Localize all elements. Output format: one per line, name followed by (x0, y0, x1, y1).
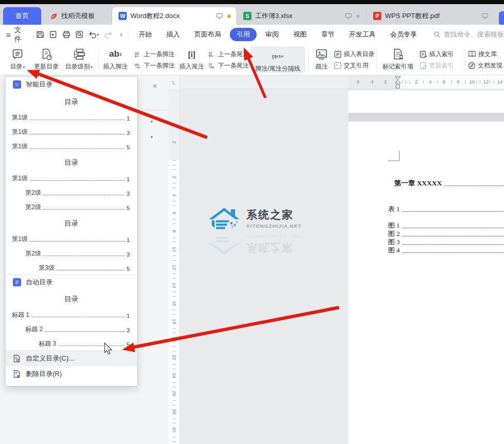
next-endnote-icon: [i] (207, 62, 216, 69)
prev-footnote-icon: ab (133, 50, 142, 58)
monitor-icon (216, 13, 223, 19)
menu-section[interactable]: 章节 (314, 28, 342, 41)
document-tabbar: 首页 找稻壳模板 W Word教程2.docx S 工作簿3.xlsx (0, 4, 504, 25)
command-search[interactable]: 查找命令、搜索模板 (433, 30, 504, 39)
delete-toc-menu-item[interactable]: 删除目录(R) (6, 366, 137, 382)
next-endnote-button[interactable]: [i] 下一条尾注 (207, 61, 249, 70)
menu-review[interactable]: 审阅 (258, 28, 286, 41)
footnote-separator-button[interactable]: [i]=1= 脚注/尾注分隔线 (250, 46, 305, 73)
insert-endnote-button[interactable]: [i] 插入尾注 (177, 46, 206, 73)
insert-index-button[interactable]: 插入索引 (419, 49, 454, 59)
output-button[interactable] (47, 28, 59, 41)
update-toc-button[interactable]: 更新目录 (32, 46, 61, 73)
chevron-down-icon[interactable]: ▾ (150, 134, 153, 140)
menu-page-layout[interactable]: 页面布局 (187, 28, 228, 41)
dotted-leader (402, 244, 504, 245)
toc-level-button[interactable]: 目录级别▾ (62, 46, 96, 73)
search-library-button[interactable]: 搜文库 (468, 49, 497, 59)
previous-page-bottom[interactable] (348, 91, 504, 113)
tab-pdf-label: WPS PPT教程.pdf (385, 11, 440, 21)
prev-footnote-button[interactable]: ab 上一条脚注 (133, 49, 175, 59)
next-tab-sliver[interactable] (499, 11, 504, 26)
insert-table-toc-button[interactable]: 插入表目录 (334, 49, 375, 59)
dot-leader (30, 241, 125, 242)
toc-entry-line: 图 1 (388, 221, 504, 230)
doc-discovery-button[interactable]: 文档发现 (468, 61, 502, 70)
dot-leader (43, 255, 125, 256)
smart-toc-style-2[interactable]: 目录 第1级1第2级3第2级5 (6, 153, 137, 214)
custom-toc-menu-item[interactable]: 自定义目录(C)... (6, 351, 137, 366)
menu-dev-tools[interactable]: 开发工具 (342, 28, 383, 41)
print-button[interactable] (60, 28, 72, 41)
next-footnote-button[interactable]: ab 下一条脚注 (133, 61, 175, 70)
watermark-url: XITONGZHIJIA.NET (246, 223, 301, 229)
toolbar-more-icon[interactable]: ∨ (115, 28, 127, 41)
smart-toc-style-1[interactable]: 目录 第1级1第1级3第1级5 (6, 92, 137, 153)
dot-leader (31, 317, 125, 317)
dot-leader (30, 148, 125, 149)
toc-preview-row: 第1级5 (6, 136, 137, 151)
unsaved-dot-icon (227, 14, 231, 18)
smart-toc-smiley-icon (13, 80, 21, 89)
prev-endnote-button[interactable]: [i] 上一条尾注 (207, 49, 249, 59)
dotted-leader (402, 211, 504, 212)
mark-index-icon (379, 46, 416, 62)
menu-start[interactable]: 开始 (131, 28, 159, 41)
chevron-down-icon[interactable]: ▾ (150, 119, 153, 124)
toc-entry-line: 图 3 (388, 238, 504, 246)
tab-docer-templates[interactable]: 找稻壳模板 (43, 7, 111, 25)
v-ruler-number: 6 (171, 210, 177, 217)
mark-index-button[interactable]: 标记索引项 (379, 46, 416, 73)
tab-excel-label: 工作簿3.xlsx (255, 11, 292, 21)
book-search-icon (468, 50, 476, 58)
v-ruler-number: 30 (171, 426, 177, 433)
auto-toc-header: 自动目录 (6, 275, 137, 289)
undo-caret-icon[interactable]: ▾ (97, 32, 102, 37)
h-ruler-number: 14 (496, 79, 504, 84)
file-menu-button[interactable]: ≡ 文件 (0, 25, 33, 44)
document-page[interactable] (348, 122, 504, 444)
menu-view[interactable]: 视图 (286, 28, 314, 41)
svg-text:ab: ab (135, 62, 139, 67)
caret-down-icon: ▾ (90, 65, 92, 70)
menu-insert[interactable]: 插入 (159, 28, 187, 41)
h-ruler-number: 2 (412, 79, 421, 84)
ribbon-divider (308, 48, 309, 71)
cross-reference-button[interactable]: “ 交叉引用 (334, 61, 368, 70)
document-toc-content[interactable]: 第一章 XXXXX 表 1 图 1 图 2 图 3 图 4 (388, 179, 504, 254)
tab-stop-selector[interactable]: L (169, 75, 180, 91)
insert-index-icon (419, 50, 427, 58)
toc-level-icon (62, 46, 96, 62)
smart-toc-style-3[interactable]: 目录 第1级1第2级3第3级5 (6, 214, 137, 275)
menubar-divider (33, 29, 33, 40)
tab-pdf-document[interactable]: P WPS PPT教程.pdf (367, 7, 494, 25)
search-placeholder: 查找命令、搜索模板 (444, 30, 504, 39)
close-icon[interactable]: × (153, 81, 157, 90)
save-button[interactable] (34, 28, 46, 41)
menu-member[interactable]: 会员专享 (383, 28, 424, 41)
toc-button[interactable]: 目录▾ (4, 46, 31, 73)
v-ruler-number: 18 (171, 318, 177, 325)
tab-excel-workbook[interactable]: S 工作簿3.xlsx (237, 7, 365, 25)
toc-entry-lines: 表 1 图 1 图 2 图 3 图 4 (388, 205, 504, 254)
dot-leader (30, 180, 125, 181)
tab-home[interactable]: 首页 (3, 7, 41, 25)
menubar: ≡ 文件 ▾ ∨ 开始 插入 页面布局 引用 审阅 视图 (0, 25, 504, 44)
tab-word-document[interactable]: W Word教程2.docx (112, 7, 236, 25)
footnote-ab1-icon: ab1 (101, 46, 130, 62)
svg-text:ab: ab (135, 51, 139, 56)
ribbon-divider (98, 48, 98, 71)
tab-home-label: 首页 (15, 11, 29, 21)
caption-button[interactable]: 题注 (311, 46, 332, 73)
endnote-icon: [i] (177, 46, 206, 62)
strip-divider (143, 110, 169, 110)
update-index-icon (419, 62, 427, 70)
menu-references-active[interactable]: 引用 (230, 28, 257, 41)
monitor-icon (345, 13, 352, 19)
print-preview-button[interactable] (74, 28, 86, 41)
update-index-button: 更新索引 (419, 61, 454, 70)
redo-button[interactable] (102, 28, 114, 41)
insert-footnote-button[interactable]: ab1 插入脚注 (101, 46, 130, 73)
indent-marker[interactable] (395, 76, 401, 89)
auto-toc-style-1[interactable]: 目录 标题 11标题 23标题 35 (6, 289, 137, 350)
